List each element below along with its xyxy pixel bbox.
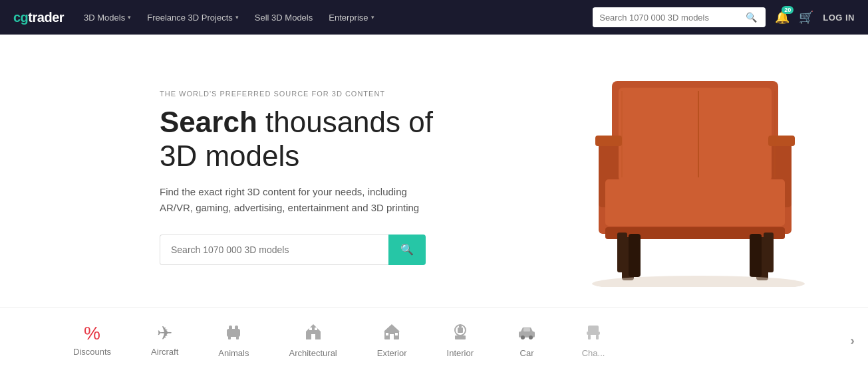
architectural-icon	[304, 322, 323, 344]
hero-title-bold: Search	[160, 106, 257, 138]
svg-rect-32	[386, 333, 388, 335]
categories-section: % Discounts ✈ Aircraft Animals	[0, 307, 868, 366]
chevron-down-icon: ▾	[235, 14, 239, 21]
animals-icon	[224, 322, 243, 344]
discount-icon: %	[84, 324, 100, 343]
chevron-down-icon: ▾	[371, 14, 374, 21]
category-label: Discounts	[73, 347, 111, 357]
categories-next-button[interactable]: ›	[850, 333, 868, 348]
categories-list: % Discounts ✈ Aircraft Animals	[0, 314, 680, 366]
exterior-icon	[382, 322, 401, 344]
aircraft-icon: ✈	[157, 324, 172, 343]
logo-trader: trader	[28, 10, 64, 25]
navbar: cgtrader 3D Models ▾ Freelance 3D Projec…	[0, 0, 868, 35]
svg-marker-30	[384, 324, 400, 332]
svg-rect-23	[236, 335, 239, 339]
svg-rect-13	[617, 233, 627, 272]
svg-rect-6	[605, 179, 785, 226]
svg-rect-31	[390, 334, 394, 339]
category-animals[interactable]: Animals	[198, 314, 269, 366]
nav-item-enterprise[interactable]: Enterprise ▾	[322, 9, 380, 27]
category-interior[interactable]: Interior	[427, 314, 494, 366]
category-exterior[interactable]: Exterior	[357, 314, 427, 366]
hero-section: THE WORLD'S PREFERRED SOURCE FOR 3D CONT…	[0, 35, 868, 307]
svg-rect-14	[764, 233, 774, 272]
hero-description: Find the exact right 3D content for your…	[160, 184, 439, 216]
svg-rect-5	[619, 88, 772, 181]
svg-rect-41	[523, 328, 530, 332]
chair-illustration	[572, 61, 805, 274]
category-label: Architectural	[289, 348, 337, 358]
svg-rect-20	[229, 326, 232, 331]
svg-rect-42	[588, 326, 599, 332]
hero-search[interactable]: 🔍	[160, 235, 426, 265]
svg-rect-35	[458, 328, 463, 333]
search-icon: 🔍	[400, 243, 414, 256]
navbar-search[interactable]: 🔍	[593, 7, 766, 27]
category-label: Car	[520, 348, 534, 358]
hero-content: THE WORLD'S PREFERRED SOURCE FOR 3D CONT…	[160, 90, 439, 264]
logo[interactable]: cgtrader	[13, 10, 64, 25]
svg-marker-25	[306, 324, 321, 332]
notification-badge: 20	[782, 6, 794, 14]
hero-image	[562, 54, 815, 280]
hero-subtitle: THE WORLD'S PREFERRED SOURCE FOR 3D CONT…	[160, 90, 439, 98]
svg-rect-8	[768, 136, 795, 146]
svg-rect-44	[588, 335, 591, 339]
category-car[interactable]: Car	[494, 314, 560, 366]
svg-rect-27	[315, 328, 317, 330]
cart-icon[interactable]: 🛒	[799, 10, 813, 25]
svg-rect-33	[395, 333, 398, 335]
svg-rect-26	[309, 328, 312, 330]
nav-right: 🔍 🔔 20 🛒 LOG IN	[593, 7, 855, 27]
svg-point-39	[521, 335, 525, 339]
hero-search-button[interactable]: 🔍	[388, 235, 426, 265]
logo-cg: cg	[13, 10, 28, 25]
nav-item-3dmodels[interactable]: 3D Models ▾	[77, 9, 138, 27]
hero-search-input[interactable]	[160, 235, 388, 265]
nav-links: 3D Models ▾ Freelance 3D Projects ▾ Sell…	[77, 9, 586, 27]
svg-rect-28	[311, 334, 315, 339]
hero-title: Search thousands of 3D models	[160, 106, 439, 173]
car-icon	[517, 322, 536, 344]
category-architectural[interactable]: Architectural	[269, 314, 357, 366]
notifications-icon[interactable]: 🔔 20	[775, 10, 790, 25]
category-label: Exterior	[377, 348, 407, 358]
svg-rect-11	[629, 234, 641, 277]
svg-rect-37	[455, 335, 466, 339]
category-aircraft[interactable]: ✈ Aircraft	[131, 316, 198, 365]
navbar-search-button[interactable]: 🔍	[739, 7, 764, 27]
svg-point-40	[529, 335, 533, 339]
navbar-search-input[interactable]	[593, 8, 739, 27]
svg-rect-22	[228, 335, 231, 339]
chair-icon	[584, 322, 603, 344]
category-chair[interactable]: Cha...	[560, 314, 627, 366]
svg-rect-12	[750, 234, 762, 277]
login-button[interactable]: LOG IN	[823, 13, 855, 23]
chevron-down-icon: ▾	[128, 14, 131, 21]
svg-rect-7	[595, 136, 622, 146]
category-label: Aircraft	[151, 347, 178, 357]
svg-rect-36	[459, 325, 462, 328]
category-label: Cha...	[582, 348, 605, 358]
svg-rect-45	[596, 335, 599, 339]
interior-icon	[451, 322, 470, 344]
category-label: Interior	[447, 348, 474, 358]
category-label: Animals	[218, 348, 249, 358]
nav-item-freelance[interactable]: Freelance 3D Projects ▾	[140, 9, 245, 27]
category-discounts[interactable]: % Discounts	[53, 316, 131, 365]
nav-item-sell[interactable]: Sell 3D Models	[248, 9, 319, 27]
svg-rect-43	[587, 332, 600, 335]
svg-rect-21	[235, 326, 238, 331]
